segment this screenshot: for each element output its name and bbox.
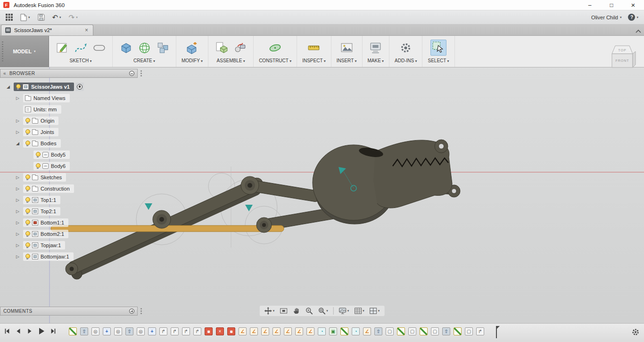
minimize-button[interactable]: – (579, 0, 601, 10)
minimize-panel-icon[interactable] (129, 71, 134, 76)
model-view[interactable] (0, 67, 644, 323)
timeline-sketch-icon[interactable] (454, 327, 462, 335)
timeline-extrude-icon[interactable]: ⇧ (442, 327, 450, 335)
timeline-extrude-icon[interactable]: ⇧ (80, 327, 88, 335)
press-pull-button[interactable] (184, 40, 200, 56)
timeline-joint-flip-icon[interactable]: ↱ (159, 327, 167, 335)
play-button[interactable] (38, 327, 45, 335)
timeline-motion-icon[interactable]: ◔ (352, 327, 360, 335)
comments-panel-header[interactable]: COMMENTS (0, 307, 138, 316)
timeline-boxed-icon[interactable]: ▢ (465, 327, 473, 335)
disclosure-triangle-icon[interactable]: ▷ (16, 175, 23, 180)
step-back-button[interactable] (15, 328, 22, 334)
slot-button[interactable] (91, 40, 107, 56)
visibility-bulb-icon[interactable] (25, 186, 30, 192)
timeline-angle-icon[interactable]: ∠ (239, 327, 247, 335)
disclosure-triangle-icon[interactable]: ▷ (16, 243, 23, 248)
timeline-joint-flip-icon[interactable]: ↱ (193, 327, 201, 335)
measure-button[interactable] (306, 40, 322, 56)
timeline-angle-icon[interactable]: ∠ (250, 327, 258, 335)
document-tab[interactable]: ScissorJaws v2* × (1, 25, 93, 35)
timeline-component-icon[interactable]: ▣ (329, 327, 337, 335)
display-settings-button[interactable]: ▾ (339, 307, 349, 315)
visibility-bulb-icon[interactable] (35, 163, 40, 169)
browser-row-named-views[interactable]: ▷ Named Views (0, 92, 84, 103)
browser-row-body5[interactable]: Body5 (0, 149, 84, 160)
timeline-extrude-icon[interactable]: ⇧ (125, 327, 133, 335)
disclosure-triangle-icon[interactable]: ▷ (16, 209, 23, 214)
pan-orbit-button[interactable]: ▾ (264, 307, 275, 315)
timeline-sketch-icon[interactable] (397, 327, 405, 335)
collapse-panel-icon[interactable]: « (3, 71, 6, 76)
browser-row-top2-1[interactable]: ▷ Top2:1 (0, 206, 84, 217)
visibility-bulb-icon[interactable] (25, 197, 30, 203)
timeline-move-icon[interactable]: + (103, 327, 111, 335)
timeline-joint-flip-icon[interactable]: ↱ (476, 327, 484, 335)
assemble-menu[interactable]: ASSEMBLE (217, 58, 245, 63)
addins-menu[interactable]: ADD-INS (395, 58, 417, 63)
timeline-angle-icon[interactable]: ∠ (272, 327, 281, 335)
canvas-viewport[interactable]: « BROWSER ◢ ScissorJaws v1 ▷ Named Views… (0, 67, 644, 323)
tab-close-icon[interactable]: × (84, 27, 89, 33)
visibility-bulb-icon[interactable] (25, 220, 30, 225)
timeline-move-icon[interactable]: + (148, 327, 156, 335)
zoom-window-button[interactable]: ▾ (318, 307, 328, 315)
help-menu-button[interactable]: ? ▾ (628, 14, 638, 21)
browser-row-joints[interactable]: ▷ Joints (0, 126, 84, 137)
timeline-joint-locked-icon[interactable]: ■ (227, 327, 235, 335)
timeline-joint-broken-icon[interactable]: × (216, 327, 224, 335)
construct-menu[interactable]: CONSTRUCT (259, 58, 291, 63)
insert-button[interactable] (339, 40, 355, 56)
browser-row-units-mm[interactable]: Units: mm (0, 104, 84, 115)
timeline-joint-flip-icon[interactable]: ↱ (171, 327, 179, 335)
skip-to-start-button[interactable] (4, 328, 10, 334)
visibility-bulb-icon[interactable] (25, 141, 30, 146)
extrude-button[interactable] (118, 40, 134, 56)
timeline-angle-icon[interactable]: ∠ (363, 327, 371, 335)
inspect-menu[interactable]: INSPECT (302, 58, 326, 63)
close-button[interactable]: × (622, 0, 644, 10)
skip-to-end-button[interactable] (50, 328, 57, 334)
timeline-boxed-icon[interactable]: ▢ (386, 327, 394, 335)
select-tool-button[interactable] (430, 40, 446, 56)
collapse-toolbar-button[interactable] (636, 28, 641, 34)
joint-button[interactable] (232, 40, 248, 56)
browser-row-bottom1-1[interactable]: ▷ Bottom1:1 (0, 217, 84, 228)
timeline-joint-locked-icon[interactable]: ■ (205, 327, 213, 335)
viewports-button[interactable]: ▾ (370, 307, 380, 315)
visibility-bulb-icon[interactable] (25, 118, 30, 124)
timeline-angle-icon[interactable]: ∠ (306, 327, 314, 335)
disclosure-triangle-icon[interactable]: ▷ (16, 130, 23, 134)
maximize-button[interactable]: □ (601, 0, 622, 10)
browser-row-bottomjaw-1[interactable]: ▷ Bottomjaw:1 (0, 251, 84, 262)
app-launcher-button[interactable] (6, 14, 13, 21)
visibility-bulb-icon[interactable] (35, 152, 40, 158)
browser-row-bodies[interactable]: ◢ Bodies (0, 138, 84, 149)
sketch-menu[interactable]: SKETCH (70, 58, 92, 63)
comments-panel-grip[interactable] (140, 308, 142, 309)
timeline-angle-icon[interactable]: ∠ (261, 327, 269, 335)
visibility-bulb-icon[interactable] (25, 175, 30, 180)
redo-button[interactable]: ↷ ▾ (69, 14, 78, 21)
timeline-motion-icon[interactable]: ◔ (318, 327, 326, 335)
visibility-bulb-icon[interactable] (25, 242, 30, 248)
disclosure-triangle-icon[interactable]: ◢ (7, 84, 14, 89)
timeline-position-marker[interactable] (494, 326, 500, 339)
pattern-button[interactable] (155, 40, 171, 56)
browser-row-origin[interactable]: ▷ Origin (0, 115, 84, 126)
file-menu-button[interactable]: ▾ (20, 14, 30, 21)
visibility-bulb-icon[interactable] (25, 231, 30, 237)
disclosure-triangle-icon[interactable]: ▷ (16, 232, 23, 236)
disclosure-triangle-icon[interactable]: ▷ (16, 96, 23, 100)
scripts-addins-button[interactable] (398, 40, 414, 56)
view-cube[interactable]: TOP FRONT (607, 42, 637, 73)
pan-hand-button[interactable] (292, 307, 300, 315)
create-form-button[interactable] (136, 40, 152, 56)
timeline-joint-flip-icon[interactable]: ↱ (182, 327, 190, 335)
undo-button[interactable]: ↶ ▾ (52, 14, 61, 21)
browser-panel-grip[interactable] (140, 70, 142, 72)
browser-row-bottom2-1[interactable]: ▷ Bottom2:1 (0, 228, 84, 239)
browser-row-scissorjaws-v1[interactable]: ◢ ScissorJaws v1 (0, 81, 84, 92)
browser-panel-header[interactable]: « BROWSER (0, 69, 138, 78)
disclosure-triangle-icon[interactable]: ▷ (16, 186, 23, 191)
